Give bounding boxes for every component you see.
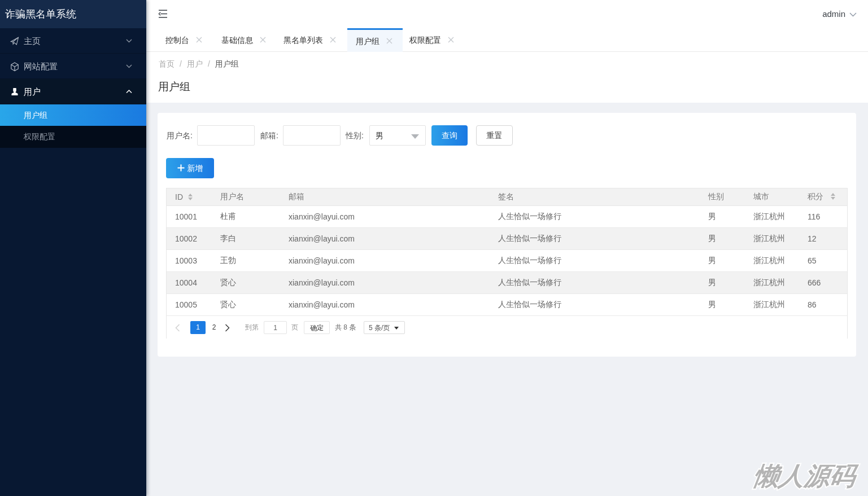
svg-text:懒人源码: 懒人源码 — [752, 462, 860, 490]
